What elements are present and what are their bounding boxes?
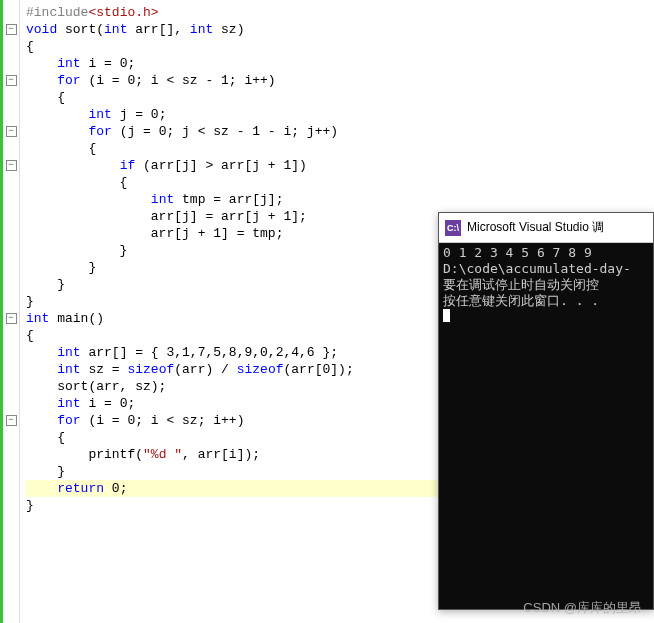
code-line[interactable]: { xyxy=(26,174,654,191)
code-line[interactable]: void sort(int arr[], int sz) xyxy=(26,21,654,38)
code-line[interactable]: { xyxy=(26,38,654,55)
code-line[interactable]: { xyxy=(26,89,654,106)
code-line[interactable]: int tmp = arr[j]; xyxy=(26,191,654,208)
console-line: 0 1 2 3 4 5 6 7 8 9 xyxy=(443,245,649,261)
console-line: D:\code\accumulated-day- xyxy=(443,261,649,277)
code-line[interactable]: if (arr[j] > arr[j + 1]) xyxy=(26,157,654,174)
code-line[interactable]: for (i = 0; i < sz - 1; i++) xyxy=(26,72,654,89)
fold-toggle-icon[interactable]: − xyxy=(6,313,17,324)
code-line[interactable]: int j = 0; xyxy=(26,106,654,123)
console-titlebar[interactable]: C:\ Microsoft Visual Studio 调 xyxy=(439,213,653,243)
code-line[interactable]: #include<stdio.h> xyxy=(26,4,654,21)
console-output[interactable]: 0 1 2 3 4 5 6 7 8 9D:\code\accumulated-d… xyxy=(439,243,653,328)
console-line: 要在调试停止时自动关闭控 xyxy=(443,277,649,293)
console-line: 按任意键关闭此窗口. . . xyxy=(443,293,649,309)
console-cursor xyxy=(443,309,450,322)
fold-gutter: −−−−−− xyxy=(0,0,20,623)
fold-toggle-icon[interactable]: − xyxy=(6,126,17,137)
console-title-text: Microsoft Visual Studio 调 xyxy=(467,219,604,236)
code-line[interactable]: for (j = 0; j < sz - 1 - i; j++) xyxy=(26,123,654,140)
fold-toggle-icon[interactable]: − xyxy=(6,75,17,86)
fold-toggle-icon[interactable]: − xyxy=(6,160,17,171)
vs-icon: C:\ xyxy=(445,220,461,236)
code-line[interactable]: { xyxy=(26,140,654,157)
fold-toggle-icon[interactable]: − xyxy=(6,415,17,426)
console-window: C:\ Microsoft Visual Studio 调 0 1 2 3 4 … xyxy=(438,212,654,610)
code-line[interactable]: int i = 0; xyxy=(26,55,654,72)
fold-toggle-icon[interactable]: − xyxy=(6,24,17,35)
